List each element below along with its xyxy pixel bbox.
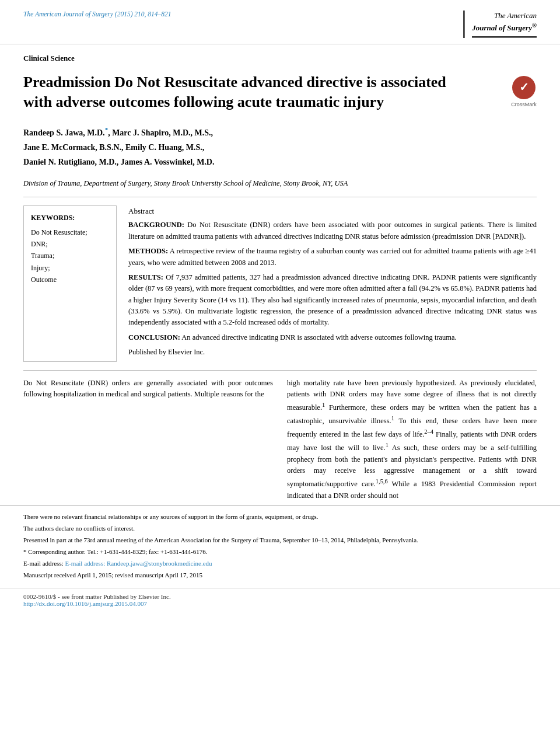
svg-text:✓: ✓ [519, 81, 529, 93]
results-text: Of 7,937 admitted patients, 327 had a pr… [128, 273, 537, 327]
logo-line1: The American [472, 11, 537, 21]
publisher-text: 0002-9610/$ - see front matter Published… [23, 593, 537, 600]
footnote-2: The authors declare no conflicts of inte… [23, 524, 537, 534]
authors-line3: Daniel N. Rutigliano, M.D., James A. Vos… [23, 155, 537, 169]
affiliation: Division of Trauma, Department of Surger… [0, 173, 560, 197]
title-block: Preadmission Do Not Resuscitate advanced… [0, 67, 560, 118]
footnote-6: Manuscript received April 1, 2015; revis… [23, 570, 537, 580]
abstract-section: KEYWORDS: Do Not Resuscitate; DNR; Traum… [0, 197, 560, 369]
body-left-column: Do Not Resuscitate (DNR) orders are gene… [23, 378, 273, 502]
authors-line1: Randeep S. Jawa, M.D.*, Marc J. Shapiro,… [23, 124, 537, 140]
logo-line2: Journal of Surgery® [472, 21, 537, 34]
keyword-1: Do Not Resuscitate; [31, 226, 109, 238]
footnote-3: Presented in part at the 73rd annual mee… [23, 535, 537, 545]
conclusion-text: An advanced directive indicating DNR is … [181, 333, 456, 341]
keywords-column: KEYWORDS: Do Not Resuscitate; DNR; Traum… [23, 205, 117, 361]
abstract-column: Abstract BACKGROUND: Do Not Resuscitate … [128, 205, 537, 361]
methods-text: A retrospective review of the trauma reg… [128, 247, 537, 266]
keyword-2: DNR; [31, 238, 109, 250]
authors-line2: Jane E. McCormack, B.S.N., Emily C. Huan… [23, 140, 537, 155]
email-link[interactable]: E-mail address: Randeep.jawa@stonybrookm… [65, 560, 212, 567]
top-header: The American Journal of Surgery (2015) 2… [0, 0, 560, 44]
abstract-title: Abstract [128, 205, 537, 217]
background-label: BACKGROUND: [128, 221, 184, 229]
abstract-conclusion: CONCLUSION: An advanced directive indica… [128, 332, 537, 343]
results-label: RESULTS: [128, 273, 163, 281]
footnote-1: There were no relevant financial relatio… [23, 512, 537, 522]
abstract-published-by: Published by Elsevier Inc. [128, 347, 537, 358]
conclusion-label: CONCLUSION: [128, 333, 180, 341]
page: The American Journal of Surgery (2015) 2… [0, 0, 560, 753]
keywords-label: KEYWORDS: [31, 212, 109, 224]
background-text: Do Not Resuscitate (DNR) orders have bee… [128, 221, 537, 240]
footnotes-section: There were no relevant financial relatio… [0, 506, 560, 585]
journal-reference: The American Journal of Surgery (2015) 2… [23, 11, 172, 18]
authors-block: Randeep S. Jawa, M.D.*, Marc J. Shapiro,… [0, 117, 560, 173]
abstract-methods: METHODS: A retrospective review of the t… [128, 246, 537, 269]
keyword-4: Injury; [31, 262, 109, 274]
body-right-text: high mortality rate have been previously… [287, 378, 537, 502]
keyword-5: Outcome [31, 274, 109, 285]
crossmark-label: CrossMark [511, 102, 537, 107]
crossmark-badge: ✓ CrossMark [511, 75, 537, 107]
body-left-text: Do Not Resuscitate (DNR) orders are gene… [23, 378, 273, 401]
article-title: Preadmission Do Not Resuscitate advanced… [23, 72, 478, 112]
footnote-4: * Corresponding author. Tel.: +1-631-444… [23, 547, 537, 557]
journal-logo: The American Journal of Surgery® [463, 11, 537, 38]
keyword-3: Trauma; [31, 250, 109, 262]
abstract-results: RESULTS: Of 7,937 admitted patients, 327… [128, 272, 537, 329]
body-section: Do Not Resuscitate (DNR) orders are gene… [0, 371, 560, 502]
publisher-line: 0002-9610/$ - see front matter Published… [0, 588, 560, 609]
footnote-5: E-mail address: E-mail address: Randeep.… [23, 559, 537, 569]
doi-link[interactable]: http://dx.doi.org/10.1016/j.amjsurg.2015… [23, 600, 147, 607]
crossmark-icon: ✓ [511, 75, 537, 100]
section-label: Clinical Science [0, 44, 560, 67]
abstract-background: BACKGROUND: Do Not Resuscitate (DNR) ord… [128, 219, 537, 242]
methods-label: METHODS: [128, 247, 168, 255]
body-right-column: high mortality rate have been previously… [287, 378, 537, 502]
